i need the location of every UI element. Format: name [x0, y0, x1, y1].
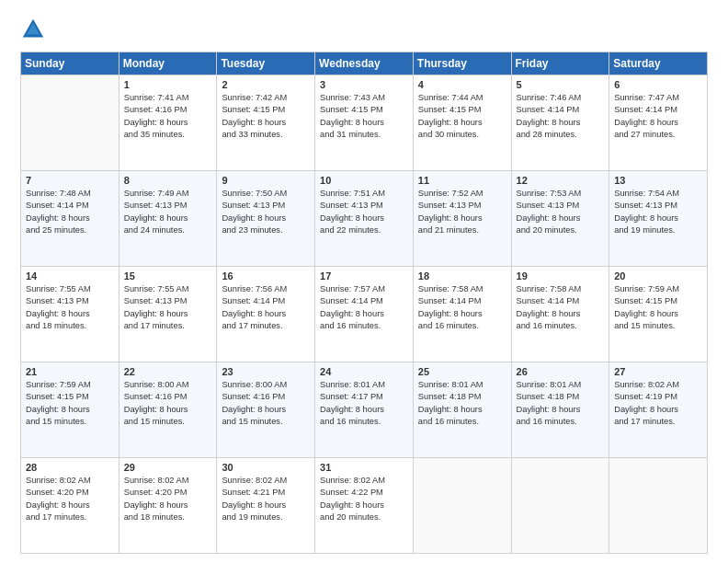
calendar-header-row: SundayMondayTuesdayWednesdayThursdayFrid… — [21, 52, 708, 75]
day-number: 21 — [26, 366, 114, 377]
day-info: Sunrise: 7:54 AM Sunset: 4:13 PM Dayligh… — [614, 188, 702, 237]
day-info: Sunrise: 7:46 AM Sunset: 4:14 PM Dayligh… — [517, 92, 605, 142]
day-info: Sunrise: 7:58 AM Sunset: 4:14 PM Dayligh… — [517, 283, 605, 333]
calendar-cell: 19Sunrise: 7:58 AM Sunset: 4:14 PM Dayli… — [511, 267, 609, 362]
day-info: Sunrise: 7:56 AM Sunset: 4:14 PM Dayligh… — [222, 283, 310, 333]
day-number: 15 — [124, 270, 212, 282]
calendar-cell: 3Sunrise: 7:43 AM Sunset: 4:15 PM Daylig… — [315, 75, 414, 171]
day-info: Sunrise: 7:49 AM Sunset: 4:13 PM Dayligh… — [124, 188, 212, 237]
calendar-cell: 10Sunrise: 7:51 AM Sunset: 4:13 PM Dayli… — [315, 171, 414, 267]
day-number: 9 — [222, 175, 310, 186]
calendar-cell: 11Sunrise: 7:52 AM Sunset: 4:13 PM Dayli… — [413, 171, 511, 267]
day-info: Sunrise: 8:01 AM Sunset: 4:17 PM Dayligh… — [320, 379, 408, 429]
day-info: Sunrise: 8:01 AM Sunset: 4:18 PM Dayligh… — [418, 379, 506, 429]
calendar-table: SundayMondayTuesdayWednesdayThursdayFrid… — [20, 52, 708, 554]
calendar-cell: 5Sunrise: 7:46 AM Sunset: 4:14 PM Daylig… — [511, 75, 609, 171]
day-info: Sunrise: 7:59 AM Sunset: 4:15 PM Dayligh… — [26, 379, 114, 429]
day-number: 1 — [124, 79, 212, 90]
calendar-cell: 29Sunrise: 8:02 AM Sunset: 4:20 PM Dayli… — [119, 458, 217, 554]
day-info: Sunrise: 7:44 AM Sunset: 4:15 PM Dayligh… — [418, 92, 506, 142]
day-info: Sunrise: 7:57 AM Sunset: 4:14 PM Dayligh… — [320, 283, 408, 333]
calendar-cell — [413, 458, 511, 554]
calendar-week-row: 7Sunrise: 7:48 AM Sunset: 4:14 PM Daylig… — [21, 171, 708, 267]
weekday-header-friday: Friday — [511, 52, 609, 75]
calendar-week-row: 1Sunrise: 7:41 AM Sunset: 4:16 PM Daylig… — [21, 75, 708, 171]
day-info: Sunrise: 8:00 AM Sunset: 4:16 PM Dayligh… — [124, 379, 212, 429]
calendar-cell: 1Sunrise: 7:41 AM Sunset: 4:16 PM Daylig… — [119, 75, 217, 171]
day-number: 8 — [124, 175, 212, 186]
day-info: Sunrise: 8:02 AM Sunset: 4:22 PM Dayligh… — [320, 475, 408, 524]
day-number: 10 — [320, 175, 408, 186]
calendar-cell: 8Sunrise: 7:49 AM Sunset: 4:13 PM Daylig… — [119, 171, 217, 267]
calendar-cell: 20Sunrise: 7:59 AM Sunset: 4:15 PM Dayli… — [609, 267, 708, 362]
calendar-cell: 6Sunrise: 7:47 AM Sunset: 4:14 PM Daylig… — [609, 75, 708, 171]
day-number: 14 — [26, 270, 114, 282]
day-number: 26 — [517, 366, 605, 377]
calendar-cell: 23Sunrise: 8:00 AM Sunset: 4:16 PM Dayli… — [217, 362, 315, 458]
calendar-cell: 27Sunrise: 8:02 AM Sunset: 4:19 PM Dayli… — [609, 362, 708, 458]
day-info: Sunrise: 7:53 AM Sunset: 4:13 PM Dayligh… — [517, 188, 605, 237]
day-info: Sunrise: 8:02 AM Sunset: 4:20 PM Dayligh… — [26, 475, 114, 524]
weekday-header-tuesday: Tuesday — [217, 52, 315, 75]
calendar-cell: 14Sunrise: 7:55 AM Sunset: 4:13 PM Dayli… — [21, 267, 119, 362]
day-number: 7 — [26, 175, 114, 186]
calendar-body: 1Sunrise: 7:41 AM Sunset: 4:16 PM Daylig… — [21, 75, 708, 554]
day-number: 19 — [517, 270, 605, 282]
day-info: Sunrise: 7:51 AM Sunset: 4:13 PM Dayligh… — [320, 188, 408, 237]
day-number: 5 — [517, 79, 605, 90]
calendar-cell: 17Sunrise: 7:57 AM Sunset: 4:14 PM Dayli… — [315, 267, 414, 362]
day-number: 20 — [614, 270, 702, 282]
weekday-header-wednesday: Wednesday — [315, 52, 414, 75]
calendar-cell: 31Sunrise: 8:02 AM Sunset: 4:22 PM Dayli… — [315, 458, 414, 554]
day-info: Sunrise: 7:55 AM Sunset: 4:13 PM Dayligh… — [26, 283, 114, 333]
calendar-cell: 7Sunrise: 7:48 AM Sunset: 4:14 PM Daylig… — [21, 171, 119, 267]
day-number: 16 — [222, 270, 310, 282]
day-number: 25 — [418, 366, 506, 377]
weekday-header-monday: Monday — [119, 52, 217, 75]
day-number: 18 — [418, 270, 506, 282]
day-number: 3 — [320, 79, 408, 90]
day-info: Sunrise: 8:00 AM Sunset: 4:16 PM Dayligh… — [222, 379, 310, 429]
day-info: Sunrise: 7:52 AM Sunset: 4:13 PM Dayligh… — [418, 188, 506, 237]
calendar-cell: 2Sunrise: 7:42 AM Sunset: 4:15 PM Daylig… — [217, 75, 315, 171]
calendar-cell: 22Sunrise: 8:00 AM Sunset: 4:16 PM Dayli… — [119, 362, 217, 458]
calendar-week-row: 28Sunrise: 8:02 AM Sunset: 4:20 PM Dayli… — [21, 458, 708, 554]
calendar-cell: 4Sunrise: 7:44 AM Sunset: 4:15 PM Daylig… — [413, 75, 511, 171]
day-number: 17 — [320, 270, 408, 282]
day-info: Sunrise: 7:50 AM Sunset: 4:13 PM Dayligh… — [222, 188, 310, 237]
day-number: 28 — [26, 462, 114, 473]
calendar-cell: 30Sunrise: 8:02 AM Sunset: 4:21 PM Dayli… — [217, 458, 315, 554]
calendar-week-row: 14Sunrise: 7:55 AM Sunset: 4:13 PM Dayli… — [21, 267, 708, 362]
day-number: 27 — [614, 366, 702, 377]
day-number: 12 — [517, 175, 605, 186]
calendar-cell: 25Sunrise: 8:01 AM Sunset: 4:18 PM Dayli… — [413, 362, 511, 458]
calendar-cell: 13Sunrise: 7:54 AM Sunset: 4:13 PM Dayli… — [609, 171, 708, 267]
calendar-cell: 9Sunrise: 7:50 AM Sunset: 4:13 PM Daylig… — [217, 171, 315, 267]
calendar-cell — [609, 458, 708, 554]
calendar-cell: 15Sunrise: 7:55 AM Sunset: 4:13 PM Dayli… — [119, 267, 217, 362]
day-number: 24 — [320, 366, 408, 377]
day-info: Sunrise: 8:02 AM Sunset: 4:19 PM Dayligh… — [614, 379, 702, 429]
calendar-week-row: 21Sunrise: 7:59 AM Sunset: 4:15 PM Dayli… — [21, 362, 708, 458]
day-number: 11 — [418, 175, 506, 186]
day-info: Sunrise: 7:42 AM Sunset: 4:15 PM Dayligh… — [222, 92, 310, 142]
day-number: 22 — [124, 366, 212, 377]
logo — [20, 17, 49, 42]
day-number: 2 — [222, 79, 310, 90]
day-info: Sunrise: 8:01 AM Sunset: 4:18 PM Dayligh… — [517, 379, 605, 429]
day-info: Sunrise: 7:48 AM Sunset: 4:14 PM Dayligh… — [26, 188, 114, 237]
logo-icon — [20, 17, 46, 42]
calendar-cell: 28Sunrise: 8:02 AM Sunset: 4:20 PM Dayli… — [21, 458, 119, 554]
day-info: Sunrise: 7:55 AM Sunset: 4:13 PM Dayligh… — [124, 283, 212, 333]
day-info: Sunrise: 8:02 AM Sunset: 4:21 PM Dayligh… — [222, 475, 310, 524]
day-number: 29 — [124, 462, 212, 473]
day-number: 6 — [614, 79, 702, 90]
weekday-header-thursday: Thursday — [413, 52, 511, 75]
day-info: Sunrise: 7:58 AM Sunset: 4:14 PM Dayligh… — [418, 283, 506, 333]
calendar-cell — [21, 75, 119, 171]
day-info: Sunrise: 7:43 AM Sunset: 4:15 PM Dayligh… — [320, 92, 408, 142]
calendar-cell: 16Sunrise: 7:56 AM Sunset: 4:14 PM Dayli… — [217, 267, 315, 362]
day-info: Sunrise: 7:59 AM Sunset: 4:15 PM Dayligh… — [614, 283, 702, 333]
header — [20, 17, 708, 42]
weekday-header-sunday: Sunday — [21, 52, 119, 75]
